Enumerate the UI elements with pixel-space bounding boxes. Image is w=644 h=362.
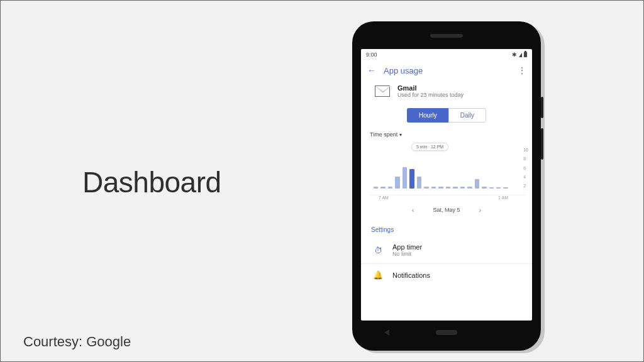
phone-speaker bbox=[430, 34, 463, 38]
nav-back-icon[interactable] bbox=[384, 329, 389, 336]
y-axis-ticks: 108642 bbox=[523, 138, 528, 194]
chart-bar[interactable] bbox=[460, 187, 465, 189]
chart-bar[interactable] bbox=[417, 177, 421, 189]
phone-volume-button bbox=[541, 128, 543, 160]
chart-bar[interactable] bbox=[489, 187, 494, 189]
view-toggle: Hourly Daily bbox=[361, 106, 532, 129]
bluetooth-icon: ✱ bbox=[512, 52, 517, 58]
signal-icon bbox=[519, 53, 522, 57]
y-tick: 6 bbox=[523, 166, 528, 170]
status-bar: 9:00 ✱ bbox=[361, 49, 532, 60]
slide-title: Dashboard bbox=[82, 165, 221, 199]
chart-bar[interactable] bbox=[467, 187, 472, 189]
timer-icon: ⏱ bbox=[372, 246, 384, 255]
date-navigator: ‹ Sat, May 5 › bbox=[361, 202, 532, 222]
chevron-left-icon[interactable]: ‹ bbox=[412, 206, 414, 214]
phone-screen: 9:00 ✱ ← App usage Gmail Used for 23 min… bbox=[361, 49, 532, 321]
chart-bar[interactable] bbox=[453, 187, 457, 189]
back-arrow-icon[interactable]: ← bbox=[367, 65, 376, 75]
x-start-label: 7 AM bbox=[379, 195, 389, 200]
y-tick: 2 bbox=[523, 184, 528, 188]
chart-bar[interactable] bbox=[409, 169, 414, 189]
notifications-row[interactable]: 🔔 Notifications bbox=[361, 264, 532, 286]
chart-bar[interactable] bbox=[475, 179, 479, 189]
y-tick: 4 bbox=[523, 175, 528, 179]
x-end-label: 1 AM bbox=[498, 195, 508, 200]
y-tick: 10 bbox=[523, 148, 528, 152]
chart-bar[interactable] bbox=[402, 167, 407, 189]
x-axis-labels: 7 AM 1 AM bbox=[370, 195, 526, 200]
status-time: 9:00 bbox=[366, 52, 377, 58]
chart-bar[interactable] bbox=[388, 187, 392, 189]
toggle-daily[interactable]: Daily bbox=[448, 108, 486, 123]
chart-bar[interactable] bbox=[431, 187, 436, 189]
nav-home-pill[interactable] bbox=[436, 330, 457, 335]
phone-frame: 9:00 ✱ ← App usage Gmail Used for 23 min… bbox=[352, 21, 541, 351]
usage-chart[interactable] bbox=[370, 139, 526, 195]
chart-bar[interactable] bbox=[496, 187, 501, 189]
chart-bar[interactable] bbox=[424, 187, 428, 189]
settings-section: Settings ⏱ App timer No limit 🔔 Notifica… bbox=[361, 222, 532, 292]
gmail-icon bbox=[375, 85, 390, 97]
chart-bar[interactable] bbox=[395, 177, 399, 189]
chart-bar[interactable] bbox=[374, 187, 378, 189]
notifications-label: Notifications bbox=[392, 272, 430, 279]
chevron-down-icon bbox=[399, 131, 402, 138]
toggle-hourly[interactable]: Hourly bbox=[407, 108, 448, 123]
status-icons: ✱ bbox=[512, 52, 527, 58]
time-spent-label: Time spent bbox=[370, 131, 397, 138]
app-timer-label: App timer bbox=[392, 243, 422, 251]
chart-bar[interactable] bbox=[380, 187, 385, 189]
app-timer-row[interactable]: ⏱ App timer No limit bbox=[361, 237, 532, 264]
chart-bar[interactable] bbox=[482, 187, 486, 189]
overflow-menu-icon[interactable] bbox=[518, 65, 526, 75]
y-tick: 8 bbox=[523, 156, 528, 161]
chart-area: 5 min · 12 PM 108642 7 AM 1 AM bbox=[361, 138, 532, 202]
app-header-row: Gmail Used for 23 minutes today bbox=[361, 80, 532, 106]
bell-icon: 🔔 bbox=[372, 270, 384, 280]
courtesy-text: Courtesy: Google bbox=[23, 334, 131, 350]
system-nav-bar bbox=[361, 323, 532, 342]
selected-date: Sat, May 5 bbox=[433, 207, 460, 213]
time-spent-dropdown[interactable]: Time spent bbox=[361, 129, 532, 138]
app-bar: ← App usage bbox=[361, 60, 532, 80]
battery-icon bbox=[524, 52, 527, 57]
chevron-right-icon[interactable]: › bbox=[479, 206, 482, 214]
settings-header: Settings bbox=[361, 222, 532, 237]
app-name: Gmail bbox=[397, 84, 464, 92]
page-title: App usage bbox=[384, 66, 423, 75]
chart-bar[interactable] bbox=[503, 187, 508, 189]
chart-bar[interactable] bbox=[438, 187, 443, 189]
phone-power-button bbox=[541, 97, 543, 118]
chart-bar[interactable] bbox=[446, 187, 450, 189]
app-timer-value: No limit bbox=[392, 251, 422, 257]
app-usage-subtitle: Used for 23 minutes today bbox=[397, 92, 464, 98]
